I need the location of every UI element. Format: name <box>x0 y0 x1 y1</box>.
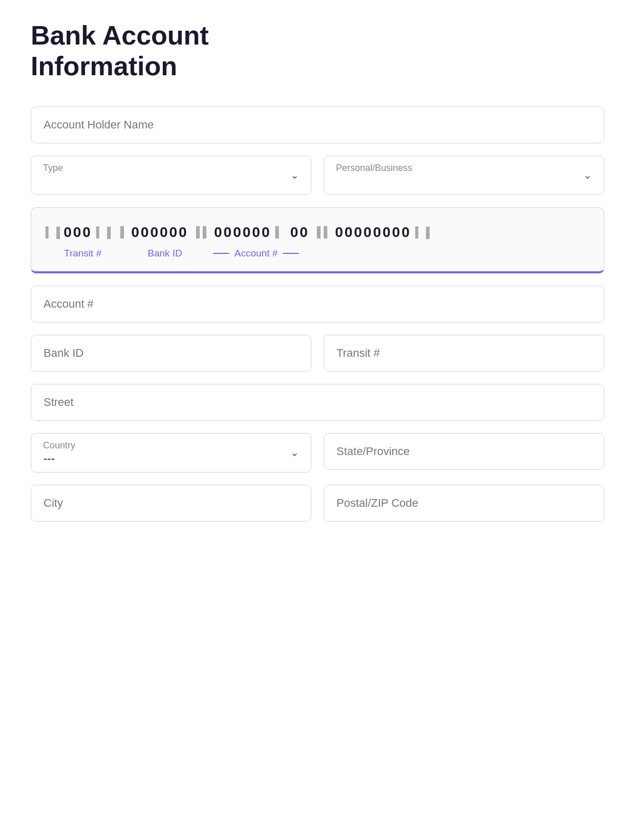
check-account-seg2: 00000000 <box>335 224 411 241</box>
account-holder-name-input[interactable] <box>31 106 604 143</box>
account-number-input[interactable] <box>31 286 604 322</box>
city-input[interactable] <box>31 485 311 522</box>
account-dash-left <box>213 253 229 254</box>
check-bar-right-end: ▍▐ <box>415 226 429 239</box>
check-bar-left-2: ▌ <box>120 226 127 238</box>
account-hash-label: Account # <box>235 248 278 259</box>
country-select[interactable]: --- Canada United States Other <box>31 433 311 472</box>
account-number-group <box>31 286 604 322</box>
transit-label: Transit # <box>64 248 101 259</box>
postal-zip-wrapper <box>324 485 604 522</box>
country-group: Country --- Canada United States Other ⌄ <box>31 433 311 472</box>
country-select-wrapper: Country --- Canada United States Other ⌄ <box>31 433 311 472</box>
transit-wrapper <box>324 335 604 372</box>
check-bar-left-1: ▍▐ <box>46 226 59 239</box>
check-bar-mid: ▌ <box>275 226 282 238</box>
check-bankid-number1: 000000 <box>131 224 188 241</box>
city-wrapper <box>31 485 311 522</box>
state-province-group <box>324 433 604 472</box>
personal-business-group: Personal/Business Personal Business ⌄ <box>324 156 604 195</box>
postal-zip-input[interactable] <box>324 485 604 522</box>
transit-input[interactable] <box>324 335 604 372</box>
transit-group <box>324 335 604 372</box>
country-state-row: Country --- Canada United States Other ⌄ <box>31 433 604 472</box>
street-input[interactable] <box>31 384 604 421</box>
check-transit-number: 000 <box>64 224 92 241</box>
check-bankid-number2: 000000 <box>214 224 271 241</box>
bank-id-label: Bank ID <box>147 248 182 259</box>
city-group <box>31 485 311 522</box>
account-holder-name-wrapper <box>31 106 604 143</box>
check-bar-right-2: ▐▐ <box>193 226 206 238</box>
type-select-wrapper: Type Checking Savings ⌄ <box>31 156 311 195</box>
city-postal-row <box>31 485 604 522</box>
check-bar-account: ▐▐ <box>313 226 327 238</box>
personal-business-select[interactable]: Personal Business <box>324 156 604 195</box>
street-wrapper <box>31 384 604 421</box>
check-bar-right-1: ▍▐ <box>96 226 110 239</box>
bank-id-group <box>31 335 311 372</box>
street-group <box>31 384 604 421</box>
bank-transit-row <box>31 335 604 372</box>
type-group: Type Checking Savings ⌄ <box>31 156 311 195</box>
state-province-wrapper <box>324 433 604 470</box>
postal-zip-group <box>324 485 604 522</box>
account-number-wrapper <box>31 286 604 322</box>
bank-id-wrapper <box>31 335 311 372</box>
check-diagram: ▍▐ 000 ▍▐ ▌ 000000 ▐▐ 000000 ▌ 00 ▐▐ 000… <box>31 207 604 273</box>
account-holder-name-group <box>31 106 604 143</box>
account-dash-right <box>283 253 299 254</box>
check-account-seg1: 00 <box>290 224 309 241</box>
bank-id-input[interactable] <box>31 335 311 372</box>
page-title: Bank Account Information <box>31 20 604 82</box>
type-select[interactable]: Checking Savings <box>31 156 311 195</box>
state-province-input[interactable] <box>324 433 604 470</box>
type-row: Type Checking Savings ⌄ Personal/Busines… <box>31 156 604 195</box>
personal-business-wrapper: Personal/Business Personal Business ⌄ <box>324 156 604 195</box>
